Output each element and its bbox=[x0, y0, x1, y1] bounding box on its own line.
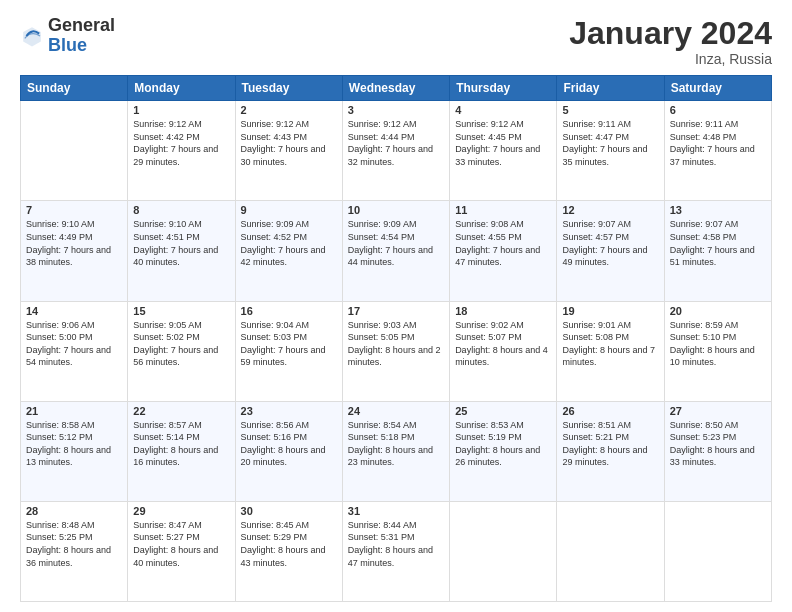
logo-icon bbox=[20, 24, 44, 48]
day-number: 2 bbox=[241, 104, 337, 116]
day-info: Sunrise: 9:04 AMSunset: 5:03 PMDaylight:… bbox=[241, 319, 337, 369]
calendar-cell: 26Sunrise: 8:51 AMSunset: 5:21 PMDayligh… bbox=[557, 401, 664, 501]
calendar-cell: 2Sunrise: 9:12 AMSunset: 4:43 PMDaylight… bbox=[235, 101, 342, 201]
day-info: Sunrise: 9:12 AMSunset: 4:43 PMDaylight:… bbox=[241, 118, 337, 168]
day-number: 12 bbox=[562, 204, 658, 216]
day-info: Sunrise: 9:07 AMSunset: 4:58 PMDaylight:… bbox=[670, 218, 766, 268]
logo: General Blue bbox=[20, 16, 115, 56]
day-info: Sunrise: 9:11 AMSunset: 4:47 PMDaylight:… bbox=[562, 118, 658, 168]
day-number: 25 bbox=[455, 405, 551, 417]
day-info: Sunrise: 8:44 AMSunset: 5:31 PMDaylight:… bbox=[348, 519, 444, 569]
calendar-cell: 20Sunrise: 8:59 AMSunset: 5:10 PMDayligh… bbox=[664, 301, 771, 401]
calendar-cell: 29Sunrise: 8:47 AMSunset: 5:27 PMDayligh… bbox=[128, 501, 235, 601]
day-info: Sunrise: 9:12 AMSunset: 4:44 PMDaylight:… bbox=[348, 118, 444, 168]
day-info: Sunrise: 8:57 AMSunset: 5:14 PMDaylight:… bbox=[133, 419, 229, 469]
calendar-cell: 3Sunrise: 9:12 AMSunset: 4:44 PMDaylight… bbox=[342, 101, 449, 201]
calendar-cell: 31Sunrise: 8:44 AMSunset: 5:31 PMDayligh… bbox=[342, 501, 449, 601]
day-number: 4 bbox=[455, 104, 551, 116]
day-number: 15 bbox=[133, 305, 229, 317]
calendar-table: SundayMondayTuesdayWednesdayThursdayFrid… bbox=[20, 75, 772, 602]
day-number: 5 bbox=[562, 104, 658, 116]
day-number: 6 bbox=[670, 104, 766, 116]
day-number: 26 bbox=[562, 405, 658, 417]
day-info: Sunrise: 9:02 AMSunset: 5:07 PMDaylight:… bbox=[455, 319, 551, 369]
calendar-cell: 7Sunrise: 9:10 AMSunset: 4:49 PMDaylight… bbox=[21, 201, 128, 301]
header: General Blue January 2024 Inza, Russia bbox=[20, 16, 772, 67]
calendar-header-row: SundayMondayTuesdayWednesdayThursdayFrid… bbox=[21, 76, 772, 101]
calendar-cell: 14Sunrise: 9:06 AMSunset: 5:00 PMDayligh… bbox=[21, 301, 128, 401]
calendar-cell: 9Sunrise: 9:09 AMSunset: 4:52 PMDaylight… bbox=[235, 201, 342, 301]
calendar-cell: 25Sunrise: 8:53 AMSunset: 5:19 PMDayligh… bbox=[450, 401, 557, 501]
day-number: 22 bbox=[133, 405, 229, 417]
day-info: Sunrise: 9:10 AMSunset: 4:51 PMDaylight:… bbox=[133, 218, 229, 268]
weekday-header: Sunday bbox=[21, 76, 128, 101]
day-info: Sunrise: 9:08 AMSunset: 4:55 PMDaylight:… bbox=[455, 218, 551, 268]
day-info: Sunrise: 9:06 AMSunset: 5:00 PMDaylight:… bbox=[26, 319, 122, 369]
day-number: 11 bbox=[455, 204, 551, 216]
calendar-cell bbox=[450, 501, 557, 601]
weekday-header: Saturday bbox=[664, 76, 771, 101]
day-number: 31 bbox=[348, 505, 444, 517]
weekday-header: Tuesday bbox=[235, 76, 342, 101]
calendar-cell: 18Sunrise: 9:02 AMSunset: 5:07 PMDayligh… bbox=[450, 301, 557, 401]
day-info: Sunrise: 8:56 AMSunset: 5:16 PMDaylight:… bbox=[241, 419, 337, 469]
day-info: Sunrise: 9:12 AMSunset: 4:45 PMDaylight:… bbox=[455, 118, 551, 168]
location: Inza, Russia bbox=[569, 51, 772, 67]
day-number: 29 bbox=[133, 505, 229, 517]
day-number: 28 bbox=[26, 505, 122, 517]
day-number: 8 bbox=[133, 204, 229, 216]
calendar-cell: 11Sunrise: 9:08 AMSunset: 4:55 PMDayligh… bbox=[450, 201, 557, 301]
day-number: 23 bbox=[241, 405, 337, 417]
weekday-header: Wednesday bbox=[342, 76, 449, 101]
title-area: January 2024 Inza, Russia bbox=[569, 16, 772, 67]
calendar-cell: 5Sunrise: 9:11 AMSunset: 4:47 PMDaylight… bbox=[557, 101, 664, 201]
calendar-week-row: 14Sunrise: 9:06 AMSunset: 5:00 PMDayligh… bbox=[21, 301, 772, 401]
day-info: Sunrise: 8:50 AMSunset: 5:23 PMDaylight:… bbox=[670, 419, 766, 469]
day-info: Sunrise: 9:11 AMSunset: 4:48 PMDaylight:… bbox=[670, 118, 766, 168]
calendar-week-row: 28Sunrise: 8:48 AMSunset: 5:25 PMDayligh… bbox=[21, 501, 772, 601]
day-info: Sunrise: 9:09 AMSunset: 4:52 PMDaylight:… bbox=[241, 218, 337, 268]
day-info: Sunrise: 8:51 AMSunset: 5:21 PMDaylight:… bbox=[562, 419, 658, 469]
logo-text: General Blue bbox=[48, 16, 115, 56]
calendar-week-row: 7Sunrise: 9:10 AMSunset: 4:49 PMDaylight… bbox=[21, 201, 772, 301]
day-info: Sunrise: 9:03 AMSunset: 5:05 PMDaylight:… bbox=[348, 319, 444, 369]
calendar-cell: 28Sunrise: 8:48 AMSunset: 5:25 PMDayligh… bbox=[21, 501, 128, 601]
day-number: 13 bbox=[670, 204, 766, 216]
calendar-cell: 12Sunrise: 9:07 AMSunset: 4:57 PMDayligh… bbox=[557, 201, 664, 301]
calendar-cell: 21Sunrise: 8:58 AMSunset: 5:12 PMDayligh… bbox=[21, 401, 128, 501]
day-info: Sunrise: 8:58 AMSunset: 5:12 PMDaylight:… bbox=[26, 419, 122, 469]
calendar-cell: 10Sunrise: 9:09 AMSunset: 4:54 PMDayligh… bbox=[342, 201, 449, 301]
calendar-cell: 27Sunrise: 8:50 AMSunset: 5:23 PMDayligh… bbox=[664, 401, 771, 501]
calendar-cell: 4Sunrise: 9:12 AMSunset: 4:45 PMDaylight… bbox=[450, 101, 557, 201]
month-title: January 2024 bbox=[569, 16, 772, 51]
calendar-cell: 16Sunrise: 9:04 AMSunset: 5:03 PMDayligh… bbox=[235, 301, 342, 401]
day-info: Sunrise: 8:53 AMSunset: 5:19 PMDaylight:… bbox=[455, 419, 551, 469]
day-number: 10 bbox=[348, 204, 444, 216]
calendar-week-row: 1Sunrise: 9:12 AMSunset: 4:42 PMDaylight… bbox=[21, 101, 772, 201]
day-info: Sunrise: 9:07 AMSunset: 4:57 PMDaylight:… bbox=[562, 218, 658, 268]
calendar-cell: 8Sunrise: 9:10 AMSunset: 4:51 PMDaylight… bbox=[128, 201, 235, 301]
page: General Blue January 2024 Inza, Russia S… bbox=[0, 0, 792, 612]
calendar-cell bbox=[557, 501, 664, 601]
day-info: Sunrise: 8:54 AMSunset: 5:18 PMDaylight:… bbox=[348, 419, 444, 469]
day-info: Sunrise: 9:05 AMSunset: 5:02 PMDaylight:… bbox=[133, 319, 229, 369]
day-number: 14 bbox=[26, 305, 122, 317]
calendar-cell: 1Sunrise: 9:12 AMSunset: 4:42 PMDaylight… bbox=[128, 101, 235, 201]
weekday-header: Monday bbox=[128, 76, 235, 101]
day-number: 9 bbox=[241, 204, 337, 216]
day-number: 17 bbox=[348, 305, 444, 317]
calendar-cell: 13Sunrise: 9:07 AMSunset: 4:58 PMDayligh… bbox=[664, 201, 771, 301]
day-info: Sunrise: 9:09 AMSunset: 4:54 PMDaylight:… bbox=[348, 218, 444, 268]
calendar-cell: 19Sunrise: 9:01 AMSunset: 5:08 PMDayligh… bbox=[557, 301, 664, 401]
day-info: Sunrise: 9:10 AMSunset: 4:49 PMDaylight:… bbox=[26, 218, 122, 268]
calendar-cell bbox=[21, 101, 128, 201]
calendar-cell: 24Sunrise: 8:54 AMSunset: 5:18 PMDayligh… bbox=[342, 401, 449, 501]
calendar-week-row: 21Sunrise: 8:58 AMSunset: 5:12 PMDayligh… bbox=[21, 401, 772, 501]
calendar-cell bbox=[664, 501, 771, 601]
day-number: 30 bbox=[241, 505, 337, 517]
calendar-cell: 6Sunrise: 9:11 AMSunset: 4:48 PMDaylight… bbox=[664, 101, 771, 201]
calendar-cell: 30Sunrise: 8:45 AMSunset: 5:29 PMDayligh… bbox=[235, 501, 342, 601]
day-number: 3 bbox=[348, 104, 444, 116]
day-number: 19 bbox=[562, 305, 658, 317]
day-info: Sunrise: 8:45 AMSunset: 5:29 PMDaylight:… bbox=[241, 519, 337, 569]
